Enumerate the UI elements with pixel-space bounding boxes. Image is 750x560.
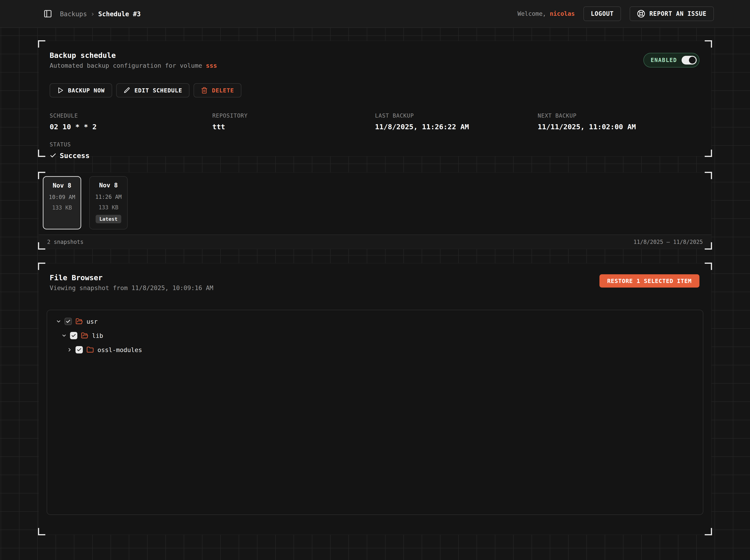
sidebar-toggle-icon[interactable] bbox=[43, 9, 52, 18]
snapshot-size: 133 KB bbox=[99, 204, 119, 211]
field-label: NEXT BACKUP bbox=[538, 113, 700, 119]
breadcrumb-parent[interactable]: Backups bbox=[60, 10, 87, 18]
field-next-backup: NEXT BACKUP 11/11/2025, 11:02:00 AM bbox=[538, 113, 700, 131]
corner-bracket bbox=[38, 263, 45, 270]
snapshot-date: Nov 8 bbox=[53, 182, 71, 189]
corner-bracket bbox=[38, 149, 45, 157]
chevron-down-icon[interactable] bbox=[61, 333, 67, 338]
snapshots-footer: 2 snapshots 11/8/2025 – 11/8/2025 bbox=[39, 235, 711, 249]
field-schedule: SCHEDULE 02 10 * * 2 bbox=[50, 113, 212, 131]
app-header: Backups › Schedule #3 Welcome, nicolas L… bbox=[0, 0, 750, 28]
delete-button[interactable]: DELETE bbox=[194, 83, 241, 97]
file-tree: usr lib ossl-modules bbox=[47, 310, 703, 515]
chevron-right-icon[interactable] bbox=[67, 347, 72, 353]
snapshot-time: 10:09 AM bbox=[49, 194, 75, 200]
corner-bracket bbox=[705, 149, 712, 157]
snapshot-tile[interactable]: Nov 8 11:26 AM 133 KB Latest bbox=[89, 176, 128, 229]
tree-row-usr[interactable]: usr bbox=[56, 314, 703, 328]
snapshot-size: 133 KB bbox=[52, 204, 72, 211]
tree-label[interactable]: lib bbox=[92, 332, 103, 339]
field-value: ttt bbox=[212, 123, 375, 131]
folder-open-icon bbox=[76, 318, 83, 325]
toggle-knob bbox=[689, 57, 696, 64]
corner-bracket bbox=[705, 528, 712, 535]
field-label: LAST BACKUP bbox=[375, 113, 538, 119]
tree-label[interactable]: ossl-modules bbox=[97, 346, 142, 354]
file-browser-card: File Browser Viewing snapshot from 11/8/… bbox=[38, 263, 712, 535]
folder-open-icon bbox=[81, 332, 88, 339]
field-value: 11/11/2025, 11:02:00 AM bbox=[538, 123, 700, 131]
restore-button[interactable]: RESTORE 1 SELECTED ITEM bbox=[599, 274, 699, 287]
tree-row-lib[interactable]: lib bbox=[61, 328, 703, 343]
field-label: STATUS bbox=[50, 141, 212, 148]
toggle-switch[interactable] bbox=[682, 56, 697, 64]
logout-button[interactable]: LOGOUT bbox=[584, 6, 621, 21]
field-label: REPOSITORY bbox=[212, 113, 375, 119]
corner-bracket bbox=[705, 40, 712, 47]
checkbox-ossl-modules[interactable] bbox=[76, 346, 83, 354]
breadcrumb-separator-icon: › bbox=[91, 10, 95, 18]
field-last-backup: LAST BACKUP 11/8/2025, 11:26:22 AM bbox=[375, 113, 538, 131]
corner-bracket bbox=[38, 40, 45, 47]
status-text: Success bbox=[60, 152, 90, 160]
snapshot-date-range: 11/8/2025 – 11/8/2025 bbox=[634, 239, 703, 245]
field-value: 11/8/2025, 11:26:22 AM bbox=[375, 123, 538, 131]
field-value: 02 10 * * 2 bbox=[50, 123, 212, 131]
field-repository: REPOSITORY ttt bbox=[212, 113, 375, 131]
backup-now-button[interactable]: BACKUP NOW bbox=[50, 83, 112, 97]
lifebuoy-icon bbox=[637, 9, 645, 18]
welcome-text: Welcome, nicolas bbox=[517, 10, 575, 17]
backup-schedule-card: Backup schedule Automated backup configu… bbox=[38, 41, 712, 157]
tree-label[interactable]: usr bbox=[86, 318, 98, 325]
chevron-down-icon[interactable] bbox=[56, 319, 61, 324]
check-icon bbox=[50, 152, 57, 159]
snapshot-count: 2 snapshots bbox=[47, 239, 83, 245]
breadcrumb: Backups › Schedule #3 bbox=[60, 10, 141, 18]
main-content: Backup schedule Automated backup configu… bbox=[0, 41, 750, 535]
snapshot-date: Nov 8 bbox=[99, 182, 118, 189]
snapshot-time: 11:26 AM bbox=[95, 194, 122, 200]
snapshots-card: Nov 8 10:09 AM 133 KB Nov 8 11:26 AM 133… bbox=[38, 172, 712, 249]
trash-icon bbox=[201, 87, 208, 94]
folder-closed-icon bbox=[86, 346, 94, 354]
schedule-card-subtitle: Automated backup configuration for volum… bbox=[50, 62, 700, 69]
latest-badge: Latest bbox=[96, 215, 121, 223]
tree-row-ossl-modules[interactable]: ossl-modules bbox=[67, 343, 703, 357]
enabled-toggle-label: ENABLED bbox=[651, 57, 677, 63]
report-issue-button[interactable]: REPORT AN ISSUE bbox=[630, 6, 714, 21]
pencil-icon bbox=[123, 87, 131, 94]
username: nicolas bbox=[550, 10, 575, 17]
schedule-card-title: Backup schedule bbox=[50, 51, 700, 60]
enabled-toggle[interactable]: ENABLED bbox=[644, 53, 699, 67]
corner-bracket bbox=[705, 263, 712, 270]
edit-schedule-button[interactable]: EDIT SCHEDULE bbox=[116, 83, 190, 97]
play-icon bbox=[57, 87, 64, 94]
field-status: STATUS Success bbox=[50, 141, 212, 160]
checkbox-lib[interactable] bbox=[70, 332, 77, 339]
volume-name: sss bbox=[206, 62, 217, 69]
breadcrumb-current: Schedule #3 bbox=[98, 10, 140, 18]
field-label: SCHEDULE bbox=[50, 113, 212, 119]
checkbox-usr[interactable] bbox=[64, 318, 72, 325]
corner-bracket bbox=[38, 528, 45, 535]
snapshot-tile-selected[interactable]: Nov 8 10:09 AM 133 KB bbox=[43, 176, 81, 229]
